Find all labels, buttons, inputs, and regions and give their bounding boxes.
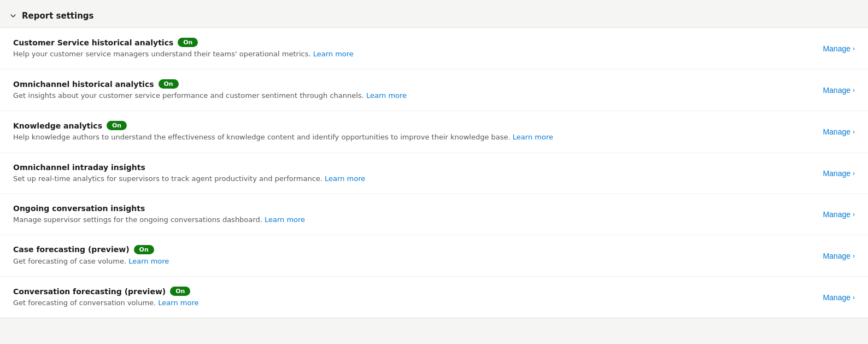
setting-left: Conversation forecasting (preview)OnGet … bbox=[13, 287, 805, 308]
manage-button[interactable]: Manage› bbox=[823, 210, 855, 219]
section-header[interactable]: Report settings bbox=[0, 7, 868, 27]
manage-button[interactable]: Manage› bbox=[823, 252, 855, 260]
setting-description: Get forecasting of conversation volume. … bbox=[13, 298, 805, 308]
setting-description: Set up real-time analytics for superviso… bbox=[13, 174, 805, 184]
manage-button[interactable]: Manage› bbox=[823, 44, 855, 53]
setting-left: Ongoing conversation insightsManage supe… bbox=[13, 204, 805, 225]
learn-more-link[interactable]: Learn more bbox=[513, 133, 553, 141]
manage-label: Manage bbox=[823, 210, 851, 219]
setting-name: Knowledge analytics bbox=[13, 121, 102, 130]
on-badge: On bbox=[178, 38, 198, 47]
setting-name: Omnichannel intraday insights bbox=[13, 163, 145, 172]
setting-left: Case forecasting (preview)OnGet forecast… bbox=[13, 245, 805, 266]
manage-label: Manage bbox=[823, 44, 851, 53]
learn-more-link[interactable]: Learn more bbox=[366, 91, 407, 100]
manage-label: Manage bbox=[823, 127, 851, 136]
setting-item: Customer Service historical analyticsOnH… bbox=[0, 28, 868, 69]
setting-title-row: Case forecasting (preview)On bbox=[13, 245, 805, 254]
chevron-right-icon: › bbox=[853, 211, 855, 218]
setting-name: Case forecasting (preview) bbox=[13, 245, 130, 254]
setting-left: Customer Service historical analyticsOnH… bbox=[13, 38, 805, 59]
setting-description: Help your customer service managers unde… bbox=[13, 49, 805, 59]
chevron-right-icon: › bbox=[853, 252, 855, 260]
setting-description: Get insights about your customer service… bbox=[13, 91, 805, 101]
on-badge: On bbox=[159, 79, 179, 89]
setting-title-row: Omnichannel intraday insights bbox=[13, 163, 805, 172]
setting-item: Ongoing conversation insightsManage supe… bbox=[0, 194, 868, 235]
section-title: Report settings bbox=[22, 11, 93, 21]
setting-name: Omnichannel historical analytics bbox=[13, 80, 154, 89]
page-container: Report settings Customer Service histori… bbox=[0, 0, 868, 344]
setting-item: Knowledge analyticsOnHelp knowledge auth… bbox=[0, 111, 868, 153]
settings-list: Customer Service historical analyticsOnH… bbox=[0, 27, 868, 318]
setting-name: Customer Service historical analytics bbox=[13, 38, 173, 47]
learn-more-link[interactable]: Learn more bbox=[128, 257, 169, 265]
manage-label: Manage bbox=[823, 293, 851, 302]
on-badge: On bbox=[107, 121, 127, 130]
manage-button[interactable]: Manage› bbox=[823, 293, 855, 302]
on-badge: On bbox=[170, 287, 190, 296]
learn-more-link[interactable]: Learn more bbox=[313, 50, 354, 58]
setting-description: Manage supervisor settings for the ongoi… bbox=[13, 215, 805, 225]
manage-label: Manage bbox=[823, 86, 851, 95]
manage-button[interactable]: Manage› bbox=[823, 127, 855, 136]
setting-description: Help knowledge authors to understand the… bbox=[13, 132, 805, 142]
learn-more-link[interactable]: Learn more bbox=[265, 215, 305, 224]
setting-item: Omnichannel historical analyticsOnGet in… bbox=[0, 69, 868, 111]
chevron-right-icon: › bbox=[853, 294, 855, 301]
setting-left: Omnichannel historical analyticsOnGet in… bbox=[13, 79, 805, 101]
learn-more-link[interactable]: Learn more bbox=[325, 174, 365, 183]
setting-title-row: Customer Service historical analyticsOn bbox=[13, 38, 805, 47]
chevron-right-icon: › bbox=[853, 170, 855, 177]
manage-label: Manage bbox=[823, 252, 851, 260]
setting-description: Get forecasting of case volume. Learn mo… bbox=[13, 256, 805, 266]
manage-button[interactable]: Manage› bbox=[823, 86, 855, 95]
chevron-right-icon: › bbox=[853, 86, 855, 94]
chevron-right-icon: › bbox=[853, 128, 855, 136]
setting-item: Conversation forecasting (preview)OnGet … bbox=[0, 277, 868, 318]
setting-item: Case forecasting (preview)OnGet forecast… bbox=[0, 235, 868, 277]
setting-left: Knowledge analyticsOnHelp knowledge auth… bbox=[13, 121, 805, 142]
setting-title-row: Knowledge analyticsOn bbox=[13, 121, 805, 130]
setting-item: Omnichannel intraday insightsSet up real… bbox=[0, 153, 868, 194]
learn-more-link[interactable]: Learn more bbox=[158, 299, 198, 307]
chevron-right-icon: › bbox=[853, 45, 855, 53]
setting-left: Omnichannel intraday insightsSet up real… bbox=[13, 163, 805, 184]
setting-name: Ongoing conversation insights bbox=[13, 204, 145, 213]
manage-label: Manage bbox=[823, 169, 851, 178]
chevron-down-icon bbox=[9, 11, 17, 20]
setting-name: Conversation forecasting (preview) bbox=[13, 287, 166, 296]
on-badge: On bbox=[134, 245, 154, 254]
setting-title-row: Ongoing conversation insights bbox=[13, 204, 805, 213]
setting-title-row: Omnichannel historical analyticsOn bbox=[13, 79, 805, 89]
setting-title-row: Conversation forecasting (preview)On bbox=[13, 287, 805, 296]
manage-button[interactable]: Manage› bbox=[823, 169, 855, 178]
